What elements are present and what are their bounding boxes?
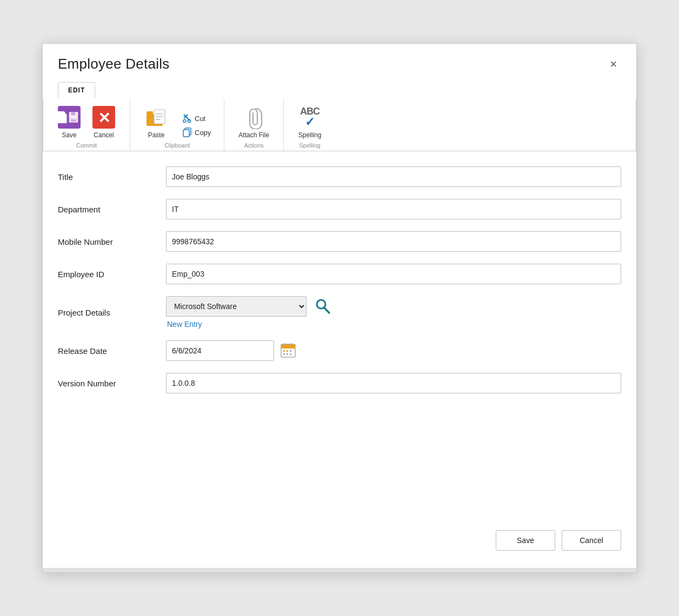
save-label: Save bbox=[62, 131, 76, 139]
dialog-header: Employee Details × bbox=[43, 44, 636, 78]
attach-icon bbox=[242, 105, 266, 129]
copy-label: Copy bbox=[195, 129, 211, 137]
ribbon-group-clipboard: Paste Cut bbox=[130, 99, 224, 151]
svg-line-20 bbox=[324, 308, 329, 313]
svg-rect-28 bbox=[283, 353, 285, 355]
svg-rect-23 bbox=[284, 343, 286, 346]
copy-icon bbox=[182, 128, 192, 137]
footer-cancel-button[interactable]: Cancel bbox=[562, 530, 621, 551]
clipboard-group-label: Clipboard bbox=[130, 142, 224, 149]
employee-id-input[interactable] bbox=[166, 264, 621, 284]
svg-rect-30 bbox=[290, 353, 291, 355]
title-row: Title bbox=[58, 166, 621, 187]
svg-rect-4 bbox=[70, 119, 76, 122]
svg-rect-2 bbox=[71, 112, 75, 115]
svg-point-16 bbox=[188, 120, 191, 123]
ribbon: Save ✕ Cancel Commit bbox=[43, 99, 636, 151]
cut-button[interactable]: Cut bbox=[178, 112, 215, 125]
version-number-row: Version Number bbox=[58, 373, 621, 393]
calendar-button[interactable] bbox=[277, 343, 299, 359]
close-button[interactable]: × bbox=[605, 56, 621, 72]
actions-group-label: Actions bbox=[224, 142, 283, 149]
paste-label: Paste bbox=[148, 131, 165, 139]
ribbon-group-actions: Attach File Actions bbox=[224, 99, 284, 151]
employee-details-dialog: Employee Details × EDIT bbox=[42, 43, 637, 573]
project-details-label: Project Details bbox=[58, 308, 166, 317]
svg-rect-18 bbox=[183, 130, 189, 137]
release-date-label: Release Date bbox=[58, 346, 166, 356]
attach-file-label: Attach File bbox=[238, 131, 269, 139]
cut-icon bbox=[182, 113, 192, 123]
employee-id-label: Employee ID bbox=[58, 270, 166, 279]
release-date-input[interactable] bbox=[166, 340, 274, 361]
footer-save-button[interactable]: Save bbox=[496, 530, 555, 551]
svg-rect-25 bbox=[283, 350, 285, 352]
spelling-group-label: Spelling bbox=[284, 142, 336, 149]
title-label: Title bbox=[58, 172, 166, 182]
cancel-icon: ✕ bbox=[92, 105, 116, 129]
release-date-row: Release Date bbox=[58, 340, 621, 361]
calendar-icon bbox=[281, 343, 296, 358]
commit-group-label: Commit bbox=[43, 142, 130, 149]
svg-point-15 bbox=[183, 120, 186, 123]
spelling-icon: ABC ✓ bbox=[298, 105, 322, 129]
svg-rect-24 bbox=[290, 343, 292, 346]
bottom-divider bbox=[43, 568, 636, 572]
mobile-number-label: Mobile Number bbox=[58, 237, 166, 246]
project-details-row: Project Details Microsoft Software Other… bbox=[58, 296, 621, 329]
form-area: Title Department Mobile Number Employee … bbox=[43, 151, 636, 525]
ribbon-group-spelling: ABC ✓ Spelling Spelling bbox=[284, 99, 336, 151]
svg-rect-29 bbox=[287, 353, 288, 355]
svg-rect-26 bbox=[287, 350, 288, 352]
new-entry-link[interactable]: New Entry bbox=[166, 320, 335, 329]
title-input[interactable] bbox=[166, 166, 621, 187]
department-input[interactable] bbox=[166, 199, 621, 219]
svg-rect-27 bbox=[290, 350, 291, 352]
project-search-button[interactable] bbox=[311, 297, 335, 316]
svg-rect-8 bbox=[147, 111, 153, 115]
project-details-select[interactable]: Microsoft Software Other Project bbox=[166, 296, 307, 317]
cut-label: Cut bbox=[195, 115, 205, 123]
spelling-label: Spelling bbox=[298, 131, 322, 139]
mobile-number-row: Mobile Number bbox=[58, 231, 621, 252]
svg-rect-22 bbox=[281, 344, 295, 349]
save-icon bbox=[57, 105, 81, 129]
mobile-number-input[interactable] bbox=[166, 231, 621, 252]
ribbon-group-commit: Save ✕ Cancel Commit bbox=[43, 99, 130, 151]
version-number-label: Version Number bbox=[58, 379, 166, 388]
dialog-title: Employee Details bbox=[58, 56, 169, 72]
cancel-label: Cancel bbox=[94, 131, 114, 139]
search-icon bbox=[314, 297, 331, 314]
department-row: Department bbox=[58, 199, 621, 219]
tab-bar: EDIT bbox=[43, 82, 636, 99]
dialog-footer: Save Cancel bbox=[43, 525, 636, 568]
department-label: Department bbox=[58, 205, 166, 214]
svg-text:✕: ✕ bbox=[98, 110, 110, 126]
project-details-controls: Microsoft Software Other Project New Ent… bbox=[166, 296, 335, 329]
tab-edit[interactable]: EDIT bbox=[58, 82, 95, 99]
paste-icon bbox=[144, 105, 168, 129]
copy-button[interactable]: Copy bbox=[178, 126, 215, 139]
version-number-input[interactable] bbox=[166, 373, 621, 393]
employee-id-row: Employee ID bbox=[58, 264, 621, 284]
